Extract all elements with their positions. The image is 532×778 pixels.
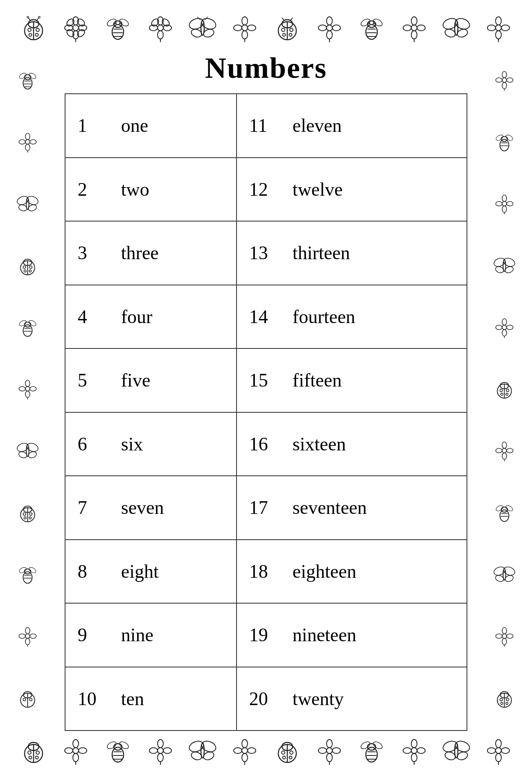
svg-point-133	[26, 445, 29, 457]
svg-point-237	[112, 747, 124, 762]
number-left: 10	[65, 667, 109, 731]
svg-point-39	[200, 16, 217, 31]
table-row: 4four14fourteen	[65, 285, 467, 349]
svg-point-171	[502, 195, 507, 201]
svg-point-204	[495, 504, 504, 512]
svg-point-113	[23, 266, 26, 268]
right-flower-3	[493, 316, 516, 339]
svg-point-295	[487, 748, 496, 753]
svg-point-75	[411, 25, 417, 31]
word-left: nine	[109, 603, 237, 667]
right-butterfly-2	[493, 563, 516, 586]
word-left: eight	[109, 540, 237, 604]
svg-point-211	[502, 634, 507, 638]
left-butterfly-2	[16, 439, 39, 462]
inner-layout: Numbers 1one11eleven2two12twelve3three13…	[8, 47, 524, 731]
left-ladybug-1	[16, 254, 39, 277]
svg-point-294	[496, 753, 501, 762]
svg-point-86	[496, 25, 501, 31]
svg-point-257	[242, 753, 248, 762]
svg-point-61	[327, 17, 332, 25]
number-right: 20	[237, 667, 280, 731]
bottom-ladybug-2	[273, 736, 302, 765]
svg-point-66	[366, 25, 377, 39]
svg-point-92	[23, 77, 32, 89]
word-left: six	[109, 412, 237, 476]
svg-point-191	[506, 389, 509, 392]
bottom-ladybug-1	[19, 736, 48, 765]
table-row: 5five15fifteen	[65, 348, 467, 412]
svg-point-87	[496, 17, 501, 25]
svg-point-97	[18, 72, 27, 80]
table-row: 3three13thirteen	[65, 221, 467, 285]
word-right: eleven	[280, 94, 467, 158]
svg-point-269	[327, 740, 332, 748]
svg-point-55	[290, 28, 293, 32]
svg-point-194	[502, 448, 507, 453]
svg-point-64	[332, 25, 340, 31]
main-content: Numbers 1one11eleven2two12twelve3three13…	[47, 47, 485, 731]
flower-icon-3	[230, 14, 259, 42]
svg-point-90	[501, 25, 509, 31]
svg-point-205	[505, 504, 514, 512]
svg-point-221	[506, 698, 509, 701]
svg-point-281	[411, 748, 417, 753]
svg-point-56	[282, 33, 285, 36]
right-border	[485, 47, 524, 731]
number-left: 3	[65, 221, 109, 285]
bee-icon-2	[357, 14, 386, 42]
svg-point-74	[373, 23, 374, 24]
svg-point-190	[500, 389, 503, 392]
svg-point-255	[242, 748, 248, 753]
svg-point-230	[35, 756, 38, 759]
flower-icon-6	[484, 14, 513, 42]
right-butterfly-1	[493, 254, 516, 277]
bottom-flower-3	[230, 736, 259, 765]
word-left: four	[109, 285, 237, 349]
svg-point-228	[36, 751, 39, 754]
svg-point-106	[26, 195, 39, 206]
svg-point-28	[115, 23, 117, 24]
svg-point-220	[500, 698, 503, 701]
svg-point-79	[417, 25, 425, 31]
svg-point-250	[188, 739, 205, 753]
svg-point-214	[496, 634, 502, 638]
page-title: Numbers	[205, 51, 327, 85]
svg-point-98	[28, 72, 37, 80]
svg-point-256	[242, 740, 248, 748]
svg-point-109	[26, 198, 29, 209]
svg-point-88	[496, 31, 501, 39]
svg-point-160	[502, 82, 507, 89]
right-flower-4	[493, 439, 516, 462]
svg-point-148	[25, 627, 30, 634]
svg-point-251	[200, 739, 217, 753]
left-bee-3	[16, 563, 39, 586]
svg-point-63	[318, 25, 327, 31]
word-right: thirteen	[280, 221, 467, 285]
number-left: 1	[65, 94, 109, 158]
flower-icon	[61, 14, 90, 42]
table-row: 1one11eleven	[65, 94, 467, 158]
svg-point-247	[149, 748, 158, 753]
svg-point-246	[158, 753, 163, 762]
svg-point-288	[454, 739, 471, 753]
svg-point-54	[282, 28, 285, 32]
right-ladybug-1	[493, 378, 516, 400]
svg-point-60	[327, 25, 332, 31]
bottom-flower-5	[400, 736, 428, 765]
svg-point-158	[502, 78, 507, 82]
svg-point-130	[26, 442, 39, 453]
numbers-table: 1one11eleven2two12twelve3three13thirteen…	[65, 93, 467, 731]
svg-point-213	[502, 638, 507, 645]
page: Numbers 1one11eleven2two12twelve3three13…	[0, 0, 532, 778]
number-right: 19	[237, 603, 280, 667]
right-flower-1	[493, 69, 516, 91]
svg-point-62	[327, 31, 332, 39]
svg-point-49	[248, 25, 256, 31]
svg-point-185	[507, 325, 513, 330]
svg-point-139	[24, 517, 26, 519]
svg-point-168	[495, 134, 504, 142]
right-bee-1	[493, 131, 516, 153]
svg-point-127	[30, 387, 36, 391]
svg-point-73	[369, 23, 370, 24]
